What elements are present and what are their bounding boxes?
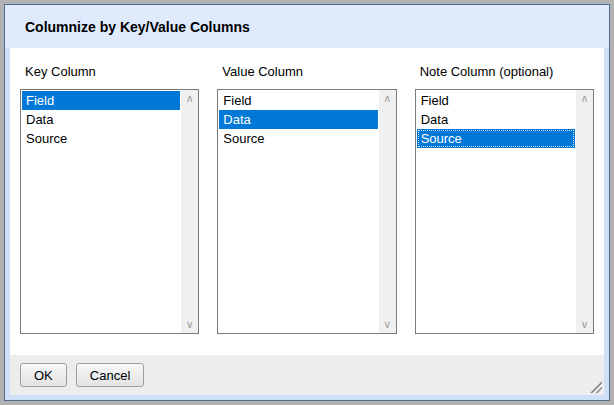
dialog-body: Key Column FieldDataSource ∧ ∨ Value Col… — [10, 48, 604, 395]
column-picker: Value Column FieldDataSource ∧ ∨ — [217, 62, 396, 334]
dialog-content: Key Column FieldDataSource ∧ ∨ Value Col… — [10, 48, 604, 355]
resize-grip-icon[interactable] — [590, 381, 602, 393]
listbox-items: FieldDataSource — [22, 91, 180, 148]
desktop-background: Columnize by Key/Value Columns Key Colum… — [0, 0, 614, 405]
list-item[interactable]: Data — [219, 110, 377, 129]
list-item[interactable]: Source — [219, 129, 377, 148]
ok-button[interactable]: OK — [20, 363, 67, 387]
scrollbar[interactable]: ∧ ∨ — [379, 90, 396, 333]
scroll-up-icon[interactable]: ∧ — [379, 90, 396, 107]
list-item[interactable]: Source — [417, 129, 575, 148]
column-label: Note Column (optional) — [420, 64, 594, 79]
list-item[interactable]: Source — [22, 129, 180, 148]
listbox[interactable]: FieldDataSource ∧ ∨ — [415, 89, 594, 334]
scroll-down-icon[interactable]: ∨ — [576, 316, 593, 333]
list-item[interactable]: Field — [219, 91, 377, 110]
column-pickers: Key Column FieldDataSource ∧ ∨ Value Col… — [20, 62, 594, 334]
cancel-button[interactable]: Cancel — [76, 363, 144, 387]
listbox[interactable]: FieldDataSource ∧ ∨ — [217, 89, 396, 334]
scroll-down-icon[interactable]: ∨ — [379, 316, 396, 333]
listbox[interactable]: FieldDataSource ∧ ∨ — [20, 89, 199, 334]
scrollbar[interactable]: ∧ ∨ — [181, 90, 198, 333]
list-item[interactable]: Field — [417, 91, 575, 110]
scrollbar[interactable]: ∧ ∨ — [576, 90, 593, 333]
listbox-items: FieldDataSource — [219, 91, 377, 148]
dialog-footer: OK Cancel — [10, 355, 604, 395]
list-item[interactable]: Data — [22, 110, 180, 129]
column-label: Value Column — [222, 64, 396, 79]
list-item[interactable]: Field — [22, 91, 180, 110]
list-item[interactable]: Data — [417, 110, 575, 129]
dialog-title: Columnize by Key/Value Columns — [5, 5, 609, 48]
listbox-items: FieldDataSource — [417, 91, 575, 148]
scroll-down-icon[interactable]: ∨ — [181, 316, 198, 333]
scroll-up-icon[interactable]: ∧ — [181, 90, 198, 107]
column-picker: Key Column FieldDataSource ∧ ∨ — [20, 62, 199, 334]
columnize-dialog: Columnize by Key/Value Columns Key Colum… — [4, 4, 610, 401]
column-label: Key Column — [25, 64, 199, 79]
column-picker: Note Column (optional) FieldDataSource ∧… — [415, 62, 594, 334]
scroll-up-icon[interactable]: ∧ — [576, 90, 593, 107]
